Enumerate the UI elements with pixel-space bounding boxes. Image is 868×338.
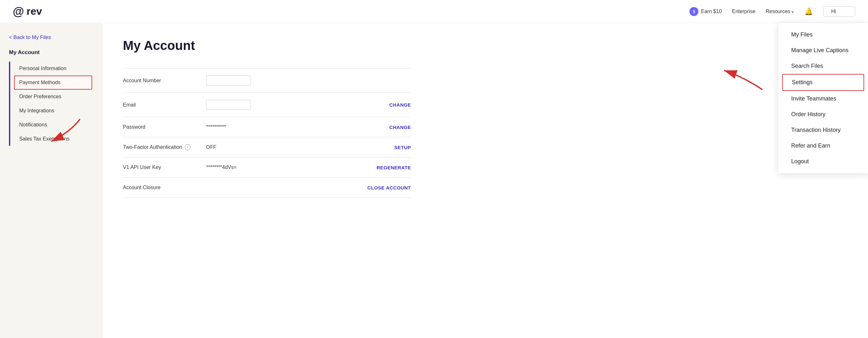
dropdown-item-search-files[interactable]: Search Files bbox=[778, 58, 868, 74]
password-row: Password ********** CHANGE bbox=[123, 117, 411, 137]
email-label: Email bbox=[123, 102, 206, 108]
back-to-my-files-link[interactable]: < Back to My Files bbox=[9, 35, 92, 40]
sidebar-item-order-preferences[interactable]: Order Preferences bbox=[14, 90, 92, 104]
dropdown-item-my-files[interactable]: My Files bbox=[778, 27, 868, 42]
header: @ rev $ Earn $10 Enterprise Resources 🔔 … bbox=[0, 0, 868, 23]
resources-nav[interactable]: Resources bbox=[766, 9, 794, 14]
sidebar-section-title: My Account bbox=[9, 49, 92, 56]
two-factor-label: Two-Factor Authentication i bbox=[123, 144, 206, 150]
sidebar-item-my-integrations[interactable]: My Integrations bbox=[14, 104, 92, 118]
dropdown-item-manage-live-captions[interactable]: Manage Live Captions bbox=[778, 42, 868, 58]
sidebar-item-personal-information[interactable]: Personal Information bbox=[14, 61, 92, 75]
api-key-label: V1 API User Key bbox=[123, 164, 206, 170]
close-account-button[interactable]: CLOSE ACCOUNT bbox=[367, 185, 411, 190]
email-value bbox=[206, 100, 389, 110]
api-key-value: ********4dVs= bbox=[206, 164, 376, 170]
dropdown-item-logout[interactable]: Logout bbox=[778, 154, 868, 169]
email-row: Email CHANGE bbox=[123, 92, 411, 117]
two-factor-setup-button[interactable]: SETUP bbox=[394, 145, 411, 150]
sidebar: < Back to My Files My Account Personal I… bbox=[0, 23, 102, 338]
dropdown-menu: My Files Manage Live Captions Search Fil… bbox=[778, 23, 868, 173]
password-label: Password bbox=[123, 124, 206, 130]
page-title: My Account bbox=[123, 38, 847, 53]
enterprise-nav[interactable]: Enterprise bbox=[732, 9, 755, 14]
dropdown-item-invite-teammates[interactable]: Invite Teammates bbox=[778, 91, 868, 106]
user-menu-button[interactable]: Hi bbox=[823, 6, 855, 17]
sidebar-item-sales-tax-exemptions[interactable]: Sales Tax Exemptions bbox=[14, 132, 92, 146]
main-content: My Account Account Number Email CHANGE bbox=[102, 23, 868, 338]
earn-label: Earn $10 bbox=[701, 9, 722, 14]
page-body: < Back to My Files My Account Personal I… bbox=[0, 23, 868, 338]
sidebar-item-notifications[interactable]: Notifications bbox=[14, 118, 92, 132]
account-table: Account Number Email CHANGE Password ***… bbox=[123, 68, 411, 198]
bell-icon[interactable]: 🔔 bbox=[804, 7, 813, 16]
email-change-button[interactable]: CHANGE bbox=[389, 102, 411, 107]
password-change-button[interactable]: CHANGE bbox=[389, 124, 411, 130]
dropdown-item-refer-and-earn[interactable]: Refer and Earn bbox=[778, 138, 868, 154]
earn-icon: $ bbox=[689, 7, 699, 16]
logo-text: rev bbox=[27, 5, 42, 17]
dropdown-item-order-history[interactable]: Order History bbox=[778, 106, 868, 122]
logo[interactable]: @ rev bbox=[13, 5, 42, 18]
sidebar-accent-bar bbox=[9, 61, 10, 146]
dropdown-item-settings[interactable]: Settings bbox=[782, 74, 864, 91]
sidebar-nav: Personal Information Payment Methods Ord… bbox=[14, 61, 92, 146]
api-key-row: V1 API User Key ********4dVs= REGENERATE bbox=[123, 157, 411, 177]
two-factor-info-icon[interactable]: i bbox=[185, 144, 190, 150]
logo-icon: @ bbox=[13, 5, 24, 18]
api-key-regenerate-button[interactable]: REGENERATE bbox=[376, 165, 411, 170]
account-closure-label: Account Closure bbox=[123, 185, 206, 190]
two-factor-value: OFF bbox=[206, 144, 394, 150]
earn-button[interactable]: $ Earn $10 bbox=[689, 7, 722, 16]
dropdown-item-transaction-history[interactable]: Transaction History bbox=[778, 122, 868, 138]
header-right: $ Earn $10 Enterprise Resources 🔔 Hi bbox=[689, 6, 855, 17]
password-value: ********** bbox=[206, 124, 389, 130]
email-input[interactable] bbox=[206, 100, 251, 110]
two-factor-row: Two-Factor Authentication i OFF SETUP bbox=[123, 137, 411, 157]
account-number-row: Account Number bbox=[123, 68, 411, 92]
sidebar-item-payment-methods[interactable]: Payment Methods bbox=[14, 75, 92, 90]
account-number-value bbox=[206, 75, 411, 86]
account-closure-row: Account Closure CLOSE ACCOUNT bbox=[123, 177, 411, 198]
account-number-label: Account Number bbox=[123, 78, 206, 84]
account-number-input[interactable] bbox=[206, 75, 251, 86]
